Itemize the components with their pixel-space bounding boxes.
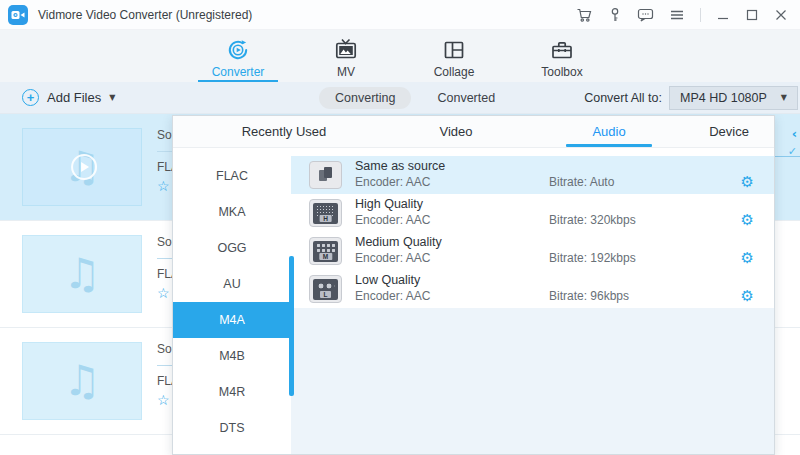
row-divider bbox=[775, 156, 800, 157]
profile-bitrate: Bitrate: Auto bbox=[549, 175, 614, 189]
tab-device[interactable]: Device bbox=[709, 116, 749, 147]
format-item-dts[interactable]: DTS bbox=[173, 410, 291, 446]
profile-encoder: Encoder: AAC bbox=[355, 251, 430, 265]
tab-mv[interactable]: MV bbox=[309, 30, 383, 82]
add-files-label: Add Files bbox=[47, 90, 101, 105]
profile-row-medium-quality[interactable]: M Medium Quality Encoder: AAC Bitrate: 1… bbox=[291, 232, 774, 270]
tab-toolbox[interactable]: Toolbox bbox=[525, 30, 599, 82]
profile-name: Same as source bbox=[355, 159, 445, 173]
format-item-m4b[interactable]: M4B bbox=[173, 338, 291, 374]
mv-icon bbox=[334, 37, 358, 63]
profile-encoder: Encoder: AAC bbox=[355, 289, 430, 303]
play-icon[interactable] bbox=[71, 154, 97, 180]
minimize-button[interactable] bbox=[716, 8, 730, 22]
profile-name: Medium Quality bbox=[355, 235, 442, 249]
profile-list: Same as source Encoder: AAC Bitrate: Aut… bbox=[291, 148, 774, 454]
same-as-source-icon bbox=[309, 161, 342, 189]
maximize-button[interactable] bbox=[745, 8, 759, 22]
high-quality-icon: H bbox=[309, 199, 342, 227]
audio-thumbnail[interactable]: ♫ bbox=[22, 235, 142, 313]
tab-collage[interactable]: Collage bbox=[417, 30, 491, 82]
settings-gear-icon[interactable]: ⚙ bbox=[741, 251, 754, 266]
window-title: Vidmore Video Converter (Unregistered) bbox=[38, 8, 252, 22]
convert-all-value: MP4 HD 1080P bbox=[680, 91, 767, 105]
settings-gear-icon[interactable]: ⚙ bbox=[741, 289, 754, 304]
profile-bitrate: Bitrate: 320kbps bbox=[549, 213, 636, 227]
format-panel-tabs: Recently Used Video Audio Device bbox=[173, 116, 774, 148]
profile-list-background bbox=[291, 308, 774, 454]
music-note-icon: ♫ bbox=[63, 253, 101, 295]
tab-converter[interactable]: Converter bbox=[201, 30, 275, 82]
tab-mv-label: MV bbox=[337, 65, 355, 79]
menu-icon[interactable] bbox=[669, 8, 685, 22]
format-list-scrollbar[interactable] bbox=[289, 256, 294, 396]
medium-quality-icon: M bbox=[309, 237, 342, 265]
add-files-caret-icon[interactable]: ▼ bbox=[109, 93, 115, 102]
profile-bitrate: Bitrate: 192kbps bbox=[549, 251, 636, 265]
settings-gear-icon[interactable]: ⚙ bbox=[741, 175, 754, 190]
profile-bitrate: Bitrate: 96kbps bbox=[549, 289, 629, 303]
chevron-left-icon[interactable]: ‹ bbox=[792, 126, 797, 141]
plus-icon: + bbox=[22, 89, 39, 106]
format-item-au[interactable]: AU bbox=[173, 266, 291, 302]
converting-segment[interactable]: Converting bbox=[319, 87, 411, 109]
profile-encoder: Encoder: AAC bbox=[355, 213, 430, 227]
close-button[interactable] bbox=[774, 8, 788, 22]
tab-video[interactable]: Video bbox=[439, 116, 472, 147]
add-files-button[interactable]: + Add Files ▼ bbox=[22, 82, 115, 113]
titlebar-separator bbox=[700, 8, 701, 22]
format-item-m4a[interactable]: M4A bbox=[173, 302, 291, 338]
output-format-panel: Recently Used Video Audio Device FLAC MK… bbox=[172, 115, 775, 455]
converted-segment[interactable]: Converted bbox=[437, 91, 495, 105]
profile-row-high-quality[interactable]: H High Quality Encoder: AAC Bitrate: 320… bbox=[291, 194, 774, 232]
profile-name: Low Quality bbox=[355, 273, 420, 287]
register-key-icon[interactable] bbox=[608, 7, 622, 23]
profile-name: High Quality bbox=[355, 197, 423, 211]
converter-icon bbox=[225, 37, 251, 63]
convert-all-dropdown[interactable]: MP4 HD 1080P ▼ bbox=[669, 86, 798, 110]
convert-all-label: Convert All to: bbox=[584, 91, 662, 105]
audio-thumbnail[interactable]: ♫ bbox=[22, 128, 142, 206]
profile-row-same-as-source[interactable]: Same as source Encoder: AAC Bitrate: Aut… bbox=[291, 156, 774, 194]
active-tab-underline bbox=[566, 144, 652, 147]
format-item-flac[interactable]: FLAC bbox=[173, 158, 291, 194]
format-item-ogg[interactable]: OGG bbox=[173, 230, 291, 266]
toolbox-icon bbox=[550, 37, 574, 63]
tab-converter-label: Converter bbox=[212, 65, 265, 79]
profile-row-low-quality[interactable]: L Low Quality Encoder: AAC Bitrate: 96kb… bbox=[291, 270, 774, 308]
app-logo-icon bbox=[8, 5, 28, 25]
tab-toolbox-label: Toolbox bbox=[541, 65, 582, 79]
audio-thumbnail[interactable]: ♫ bbox=[22, 342, 142, 420]
settings-gear-icon[interactable]: ⚙ bbox=[741, 213, 754, 228]
format-list: FLAC MKA OGG AU M4A M4B M4R DTS bbox=[173, 148, 291, 454]
tab-collage-label: Collage bbox=[434, 65, 475, 79]
store-cart-icon[interactable] bbox=[576, 7, 593, 23]
format-item-mka[interactable]: MKA bbox=[173, 194, 291, 230]
toolbar: + Add Files ▼ Converting Converted Conve… bbox=[0, 82, 800, 114]
main-nav: Converter MV Collage bbox=[0, 30, 800, 82]
title-bar: Vidmore Video Converter (Unregistered) bbox=[0, 0, 800, 30]
convert-all-caret-icon: ▼ bbox=[781, 93, 787, 102]
collage-icon bbox=[442, 37, 466, 63]
tab-audio[interactable]: Audio bbox=[592, 116, 625, 147]
format-item-m4r[interactable]: M4R bbox=[173, 374, 291, 410]
music-note-icon: ♫ bbox=[63, 360, 101, 402]
tab-recently-used[interactable]: Recently Used bbox=[242, 116, 327, 147]
low-quality-icon: L bbox=[309, 275, 342, 303]
feedback-chat-icon[interactable] bbox=[637, 7, 654, 23]
profile-encoder: Encoder: AAC bbox=[355, 175, 430, 189]
